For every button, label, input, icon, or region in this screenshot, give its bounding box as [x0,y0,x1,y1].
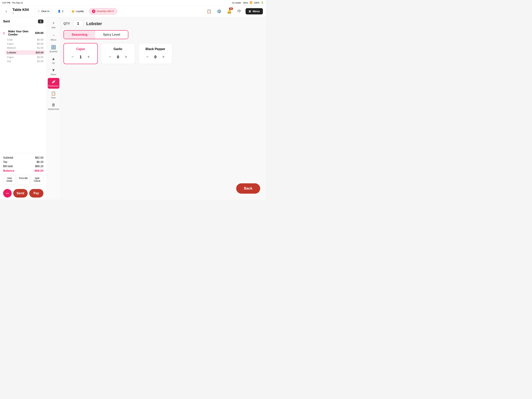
down-arrow-icon: ▼ [52,68,56,72]
subtotal-value: $62.00 [35,156,44,159]
quantity-label: Quantity [50,50,57,53]
tab-seasoning[interactable]: Seasoning [64,31,95,39]
table-sub: 9 [13,12,29,15]
tab-spicy-level[interactable]: Spicy Level [95,31,128,39]
garlic-option-name: Garlic [114,47,122,51]
void-order-button[interactable]: Void Order [3,175,16,185]
table-name: Table K04 [13,8,29,12]
order-item-main[interactable]: 1 Make Your Own Combo $39.00 [0,28,47,38]
header-tags: 🍴 Dine In 👤 2 👑 Loyalty S Sharefly+830 P [34,8,202,14]
cajun-minus-button[interactable]: − [70,54,76,60]
down-tool-button[interactable]: ▼ Down [48,66,59,77]
ping-status: 19ms [243,1,248,4]
garlic-minus-button[interactable]: − [107,54,113,60]
split-check-button[interactable]: Split Check [31,175,44,185]
menu-button[interactable]: ⊞ Menu [246,8,263,14]
send-button[interactable]: Send [13,189,28,198]
left-footer: Subtotal $62.00 Tax $6.20 Bill total $68… [0,153,47,187]
tax-value: $6.20 [37,160,44,163]
sub-item-lobster[interactable]: Lobster $20.00 [6,50,45,55]
option-garlic[interactable]: Garlic − 0 + [101,43,135,64]
sub-item-crab: Crab $0.00 [7,38,44,42]
qty-header: QTY 1 Lobster [63,20,263,27]
print-bill-button[interactable]: Print Bill [17,175,30,185]
quantity-icon: 🔢 [51,45,56,50]
subtotal-row: Subtotal $62.00 [3,155,44,160]
preference-icon: 🌶 [52,79,56,84]
delete-icon: 🗑 [52,103,56,107]
right-panel: QTY 1 Lobster Seasoning Spicy Level Caju… [60,17,266,200]
notifications-button[interactable]: 🔔 13 [225,7,233,15]
add-tool-button[interactable]: ＋ Add [48,19,59,30]
no-reader-status: no reader [232,1,241,4]
battery-status: 100% [254,1,259,4]
table-info: Table K04 9 [13,8,29,15]
sharefly-label: Sharefly+830 P [97,10,114,13]
bill-total-row: Bill total $68.20 [3,164,44,168]
down-label: Down [51,73,56,76]
up-tool-button[interactable]: ▲ Up [48,55,59,66]
option-cajun[interactable]: Cajun − 1 + [63,43,98,64]
bill-total-value: $68.20 [35,165,44,168]
sharefly-tag[interactable]: S Sharefly+830 P [89,8,117,14]
header-actions: 📋 ⚙️ 🔔 13 中 ⊞ Menu [205,7,263,15]
up-arrow-icon: ▲ [52,57,56,61]
garlic-qty-control: − 0 + [107,54,129,60]
preference-label: Preference [48,85,59,87]
status-bar: 5:07 PM Thu Sep 21 no reader 19ms 📶 100%… [0,0,266,6]
balance-row: Balance $68.20 [3,168,44,173]
preference-tool-button[interactable]: 🌶 Preference [48,78,59,89]
note-tool-button[interactable]: 📋 Note [48,90,59,100]
people-tag[interactable]: 👤 2 [55,8,66,14]
people-count: 2 [62,10,63,13]
back-nav-button[interactable]: ‹ [3,8,9,14]
language-button[interactable]: 中 [235,7,243,15]
black-pepper-qty-value: 0 [153,55,158,59]
sub-item-cajun-1: Cajun $0.00 [7,42,44,46]
qty-value: 1 [73,20,83,27]
garlic-plus-button[interactable]: + [123,54,129,60]
people-icon: 👤 [58,10,61,13]
dine-in-icon: 🍴 [37,10,40,13]
balance-value: $68.20 [34,169,44,172]
quantity-tool-button[interactable]: 🔢 Quantity [48,43,59,54]
order-item-name: Make Your Own Combo [8,30,33,36]
header: ‹ Table K04 9 🍴 Dine In 👤 2 👑 Loyalty S … [0,6,266,17]
loyalty-icon: 👑 [71,10,75,13]
cajun-plus-button[interactable]: + [86,54,92,60]
notification-badge: 13 [229,7,233,10]
left-panel: Sent 1 1 Make Your Own Combo $39.00 Crab… [0,17,47,200]
send-label: Send [17,192,24,195]
battery-icon: 🔋 [261,1,264,4]
subtotal-label: Subtotal [3,156,13,159]
dine-in-tag[interactable]: 🍴 Dine In [34,8,52,14]
order-number: 1 [3,31,7,35]
tax-row: Tax $6.20 [3,160,44,164]
settings-button[interactable]: ⚙️ [215,7,223,15]
sent-label: Sent [3,20,10,23]
garlic-qty-value: 0 [116,55,120,59]
minus-tool-button[interactable]: － Minus [48,31,59,42]
sub-item-hot: Hot $2.00 [7,59,44,63]
menu-grid-icon: ⊞ [249,10,251,13]
main-layout: Sent 1 1 Make Your Own Combo $39.00 Crab… [0,17,266,200]
delete-void-tool-button[interactable]: 🗑 Delete/Void [48,101,59,112]
menu-label: Menu [253,10,260,13]
item-title: Lobster [86,21,102,26]
back-button[interactable]: Back [236,183,260,194]
pay-button[interactable]: Pay [29,189,44,198]
bill-total-label: Bill total [3,165,13,168]
delete-void-label: Delete/Void [48,108,59,110]
note-label: Note [51,97,56,99]
black-pepper-plus-button[interactable]: + [160,54,166,60]
card-reader-button[interactable]: 📋 [205,7,213,15]
black-pepper-minus-button[interactable]: − [145,54,150,60]
minus-icon: － [52,32,56,38]
option-black-pepper[interactable]: Black Pepper − 0 + [138,43,172,64]
cajun-option-name: Cajun [76,47,85,51]
loyalty-tag[interactable]: 👑 Loyalty [69,8,87,14]
pay-label: Pay [33,192,39,195]
more-options-button[interactable]: ··· [3,189,12,198]
status-time: 5:07 PM [2,1,10,4]
order-group-1: 1 Make Your Own Combo $39.00 Crab $0.00 … [0,27,47,64]
